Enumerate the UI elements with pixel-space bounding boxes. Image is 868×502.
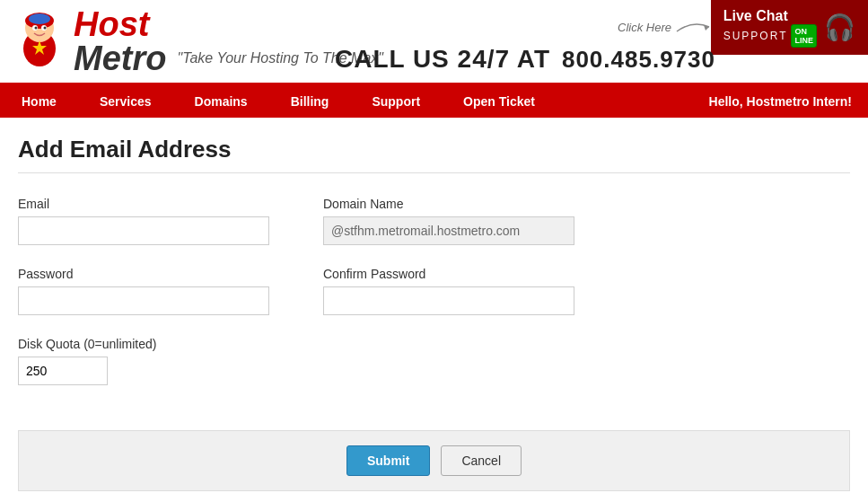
disk-quota-group: Disk Quota (0=unlimited) (18, 337, 850, 385)
confirm-password-input[interactable] (323, 286, 574, 315)
add-email-form: Email Domain Name @stfhm.metromail.hostm… (18, 188, 850, 394)
domain-value: @stfhm.metromail.hostmetro.com (323, 216, 574, 245)
click-here-label: Click Here (618, 18, 711, 36)
click-arrow-icon (675, 18, 711, 36)
nav-item-billing[interactable]: Billing (269, 85, 351, 118)
call-us-label: CALL US 24/7 AT 800.485.9730 (335, 45, 715, 74)
form-row-2: Password Confirm Password (18, 267, 850, 315)
email-group: Email (18, 197, 269, 245)
live-chat-title: Live Chat (723, 7, 817, 24)
live-chat-support-label: SUPPORT (723, 30, 788, 42)
nav-greeting: Hello, Hostmetro Intern! (693, 85, 868, 118)
svg-point-3 (29, 13, 50, 24)
nav-item-home[interactable]: Home (0, 85, 78, 118)
submit-button[interactable]: Submit (346, 445, 430, 476)
logo-mascot-icon (11, 8, 68, 71)
logo: Host Metro "Take Your Hosting To The Max… (11, 7, 383, 75)
disk-quota-input[interactable] (18, 357, 108, 385)
site-header: Host Metro "Take Your Hosting To The Max… (0, 0, 868, 85)
email-input[interactable] (18, 216, 269, 245)
logo-host: Host (74, 7, 383, 41)
nav-item-domains[interactable]: Domains (173, 85, 269, 118)
svg-point-7 (44, 27, 47, 30)
disk-quota-label: Disk Quota (0=unlimited) (18, 337, 850, 351)
cancel-button[interactable]: Cancel (441, 445, 522, 476)
nav-bar: Home Services Domains Billing Support Op… (0, 85, 868, 118)
password-label: Password (18, 267, 269, 281)
page-content: Add Email Address Email Domain Name @stf… (0, 118, 868, 502)
confirm-password-group: Confirm Password (323, 267, 574, 315)
domain-group: Domain Name @stfhm.metromail.hostmetro.c… (323, 197, 574, 245)
nav-item-open-ticket[interactable]: Open Ticket (442, 85, 557, 118)
svg-point-5 (35, 27, 38, 30)
password-input[interactable] (18, 286, 269, 315)
logo-area: Host Metro "Take Your Hosting To The Max… (11, 7, 383, 75)
confirm-password-label: Confirm Password (323, 267, 574, 281)
online-badge: ONLINE (791, 24, 817, 48)
form-row-1: Email Domain Name @stfhm.metromail.hostm… (18, 197, 850, 245)
phone-area: CALL US 24/7 AT 800.485.9730 (335, 45, 715, 74)
password-group: Password (18, 267, 269, 315)
form-actions: Submit Cancel (18, 430, 850, 491)
nav-item-support[interactable]: Support (350, 85, 442, 118)
headset-icon: 🎧 (824, 13, 855, 42)
live-chat-button[interactable]: Live Chat SUPPORT ONLINE 🎧 (711, 0, 868, 55)
domain-label: Domain Name (323, 197, 574, 211)
page-title: Add Email Address (18, 136, 850, 173)
email-label: Email (18, 197, 269, 211)
nav-item-services[interactable]: Services (78, 85, 173, 118)
